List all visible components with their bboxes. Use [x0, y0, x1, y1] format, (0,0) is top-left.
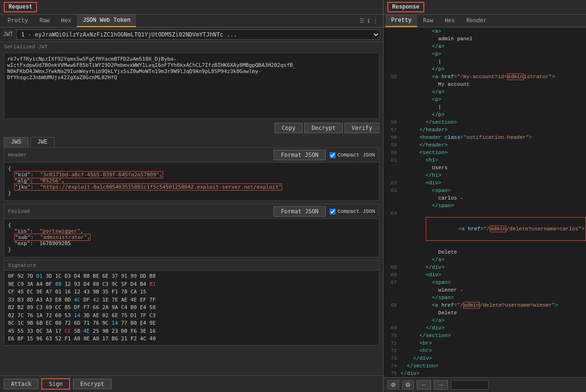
line-number: 56 — [384, 119, 401, 126]
code-line: <a> — [384, 27, 586, 35]
line-content: </div> — [401, 264, 444, 271]
response-header: Response — [384, 0, 586, 15]
line-content: </section> — [401, 362, 438, 370]
line-content: </div> — [401, 355, 432, 362]
tab-jws[interactable]: JWS — [4, 137, 28, 147]
serialized-jwt-content[interactable]: rk7vf7KyicNpzIXf92YqmsSw5FgCfHYacmBTFD2u… — [4, 53, 379, 119]
info-icon[interactable]: ℹ — [367, 18, 370, 25]
header-compact-json-checkbox[interactable] — [330, 152, 336, 158]
line-content: </header> — [401, 141, 448, 149]
right-panel: Response Pretty Raw Hex Render <a> admin… — [384, 0, 586, 392]
line-content: </div> — [401, 324, 444, 332]
code-line: 70 </section> — [384, 332, 586, 339]
resp-tab-pretty[interactable]: Pretty — [385, 15, 417, 27]
line-number: 59 — [384, 141, 401, 149]
jwt-dropdown[interactable]: 1 - eyJraWQiOilzYzAxNzFiZC1hOGNmLTQ1YjUt… — [16, 29, 380, 40]
code-line: Users — [384, 164, 586, 172]
response-title: Response — [387, 2, 424, 12]
verify-button[interactable]: Verify — [345, 123, 379, 133]
response-bottom-bar: ⚙ ⚙ ← → admin — [384, 377, 586, 392]
request-header: Request — [0, 0, 383, 15]
header-format-json-btn[interactable]: Format JSON — [274, 150, 325, 160]
jwt-label: JWT — [3, 31, 13, 38]
code-line: My account — [384, 81, 586, 88]
settings-icon-btn[interactable]: ⚙ — [387, 380, 399, 390]
resp-tab-render[interactable]: Render — [461, 15, 493, 27]
line-number: 72 — [384, 347, 401, 355]
code-line-68: 68 <a href="/admin/delete?username=wiene… — [384, 301, 586, 309]
line-number: 75 — [384, 370, 401, 377]
line-number: 61 — [384, 156, 401, 164]
encrypt-button[interactable]: Encrypt — [73, 379, 111, 389]
tab-pretty[interactable]: Pretty — [2, 15, 34, 27]
code-line: 66 <div> — [384, 271, 586, 279]
tab-jwe[interactable]: JWE — [30, 137, 55, 147]
code-line-64: 64 <a href="/admin/delete?username=carlo… — [384, 210, 586, 248]
left-panel: Request Pretty Raw Hex JSON Web Token ☰ … — [0, 0, 384, 392]
menu-icon[interactable]: ⋮ — [373, 18, 378, 25]
admin-input[interactable]: admin — [451, 380, 489, 390]
resp-tab-raw[interactable]: Raw — [417, 15, 439, 27]
code-line: </p> — [384, 65, 586, 73]
header-json-content[interactable]: { "kid": "3c0171bd-a8cf-45b5-839f-645fa2… — [4, 163, 379, 201]
line-number: 64 — [384, 210, 401, 217]
code-line: 74 </section> — [384, 362, 586, 370]
line-content: <div> — [401, 179, 441, 187]
line-content: <a href="/admin/delete?username=carlos"> — [401, 210, 586, 248]
attack-button[interactable]: Attack — [4, 379, 38, 389]
resp-tab-hex[interactable]: Hex — [439, 15, 461, 27]
signature-label: Signature — [4, 261, 379, 271]
line-number: 66 — [384, 271, 401, 279]
line-number: 70 — [384, 332, 401, 339]
response-tab-bar: Pretty Raw Hex Render — [384, 15, 586, 27]
config-icon-btn[interactable]: ⚙ — [402, 380, 414, 390]
payload-section-controls: Format JSON Compact JSON — [274, 206, 375, 217]
request-title: Request — [4, 2, 37, 12]
tab-right-icons: ☰ ℹ ⋮ — [359, 18, 381, 25]
code-line: <p> — [384, 50, 586, 58]
left-bottom-bar: Attack Sign Encrypt — [0, 375, 383, 392]
code-line: 62 <div> — [384, 179, 586, 187]
line-number: 57 — [384, 126, 401, 134]
copy-button[interactable]: Copy — [275, 123, 302, 133]
response-code-view: <a> admin panel </a> <p> | </p> — [384, 27, 586, 377]
decrypt-button[interactable]: Decrypt — [304, 123, 343, 133]
tab-json-web-token[interactable]: JSON Web Token — [77, 15, 136, 27]
code-line: 55 <a href="/my-account?id=administrator… — [384, 73, 586, 81]
list-icon[interactable]: ☰ — [359, 18, 365, 25]
tab-hex[interactable]: Hex — [55, 15, 77, 27]
line-content: | — [401, 103, 441, 111]
code-line: 57 </header> — [384, 126, 586, 134]
code-line: 69 </div> — [384, 324, 586, 332]
line-content: <header class="notification-header"> — [401, 134, 532, 141]
line-content: Delete — [401, 248, 457, 256]
line-content: <p> — [401, 96, 441, 103]
line-number: 69 — [384, 324, 401, 332]
line-number-55: 55 — [384, 73, 401, 81]
request-tab-bar: Pretty Raw Hex JSON Web Token ☰ ℹ ⋮ — [0, 15, 383, 27]
payload-json-content[interactable]: { "iss": "portswigger", "sub": "administ… — [4, 219, 379, 257]
line-number: 73 — [384, 355, 401, 362]
line-content: </a> — [401, 88, 444, 96]
line-number: 68 — [384, 301, 401, 309]
code-line: 65 </div> — [384, 264, 586, 271]
payload-compact-json-label: Compact JSON — [330, 209, 375, 215]
line-number: 60 — [384, 149, 401, 156]
header-section: Header Format JSON Compact JSON { "kid":… — [4, 147, 379, 201]
line-content: </p> — [401, 111, 444, 119]
payload-format-json-btn[interactable]: Format JSON — [274, 206, 325, 217]
line-content: <a href="/admin/delete?username=wiener"> — [401, 301, 558, 309]
payload-compact-json-checkbox[interactable] — [330, 209, 336, 215]
nav-back-btn[interactable]: ← — [417, 380, 431, 390]
code-line: Delete — [384, 309, 586, 317]
tab-raw[interactable]: Raw — [34, 15, 55, 27]
line-content: </a> — [401, 317, 444, 324]
sign-button[interactable]: Sign — [41, 378, 70, 390]
nav-forward-btn[interactable]: → — [434, 380, 448, 390]
line-content: | — [401, 58, 441, 65]
code-line: <p> — [384, 96, 586, 103]
header-section-header: Header Format JSON Compact JSON — [4, 148, 379, 163]
line-content: <hr> — [401, 347, 432, 355]
line-content: </section> — [401, 119, 457, 126]
code-line: </a> — [384, 317, 586, 324]
